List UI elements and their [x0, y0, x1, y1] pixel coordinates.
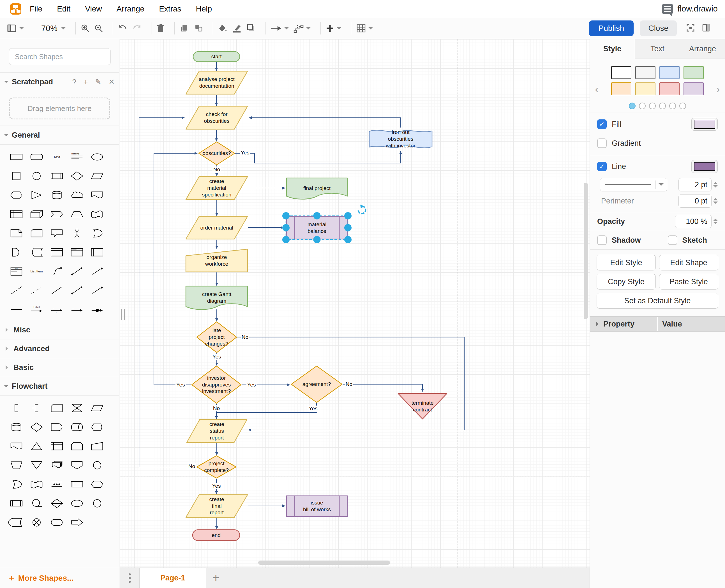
- shape-manual-input[interactable]: [87, 437, 107, 456]
- shape-data[interactable]: [87, 399, 107, 418]
- node-final-project[interactable]: final project: [286, 177, 348, 199]
- node-end[interactable]: end: [192, 529, 240, 541]
- node-create-final-report[interactable]: create final report: [185, 494, 248, 518]
- shadow-checkbox[interactable]: [597, 235, 607, 245]
- node-create-gantt-diagram[interactable]: create Gantt diagram: [185, 286, 248, 310]
- node-agreement[interactable]: agreement?: [291, 365, 343, 403]
- section-basic[interactable]: Basic: [0, 358, 119, 377]
- search-input[interactable]: [14, 52, 106, 61]
- shape-dashed-line[interactable]: [6, 281, 26, 300]
- close-button[interactable]: Close: [640, 20, 677, 36]
- preset-page-dots[interactable]: [590, 103, 725, 109]
- shape-vertical-container[interactable]: [67, 243, 87, 262]
- node-analyse-project-documentation[interactable]: analyse project documentation: [185, 71, 248, 95]
- line-color-swatch[interactable]: [691, 160, 718, 173]
- style-preset-7[interactable]: [684, 82, 704, 95]
- fill-color-button[interactable]: [218, 24, 228, 33]
- preset-dot-6[interactable]: [679, 103, 686, 109]
- shape-callout[interactable]: [46, 224, 67, 243]
- shape-step[interactable]: [46, 205, 67, 224]
- shape-merge[interactable]: [26, 456, 46, 475]
- scratchpad-edit-icon[interactable]: ✎: [95, 78, 101, 86]
- paste-style-button[interactable]: Paste Style: [659, 274, 718, 290]
- gradient-checkbox[interactable]: [597, 139, 607, 148]
- section-general[interactable]: General: [0, 126, 119, 145]
- table-button[interactable]: [356, 24, 373, 33]
- shape-data-storage[interactable]: [26, 243, 46, 262]
- shape-text[interactable]: Text: [46, 147, 67, 167]
- zoom-in-button[interactable]: [81, 24, 90, 33]
- shape-internal-storage[interactable]: [6, 205, 26, 224]
- node-iron-out-obscurities[interactable]: iron out obscurities with investor: [369, 127, 433, 150]
- menu-help[interactable]: Help: [196, 4, 212, 13]
- line-color-button[interactable]: [232, 24, 242, 33]
- tab-style[interactable]: Style: [590, 39, 635, 59]
- shape-search-box[interactable]: [9, 48, 111, 65]
- shape-collate[interactable]: [67, 399, 87, 418]
- shadow-button[interactable]: [246, 24, 256, 33]
- perimeter-field[interactable]: 0 pt: [679, 194, 711, 208]
- view-panel-toggle-button[interactable]: [7, 24, 24, 33]
- shape-container[interactable]: [46, 243, 67, 262]
- selection-overlay[interactable]: [284, 214, 350, 242]
- shape-paper-tape[interactable]: [26, 475, 46, 494]
- shape-process[interactable]: [6, 494, 26, 513]
- preset-dot-2[interactable]: [639, 103, 646, 109]
- fullscreen-icon[interactable]: [686, 24, 695, 33]
- shape-double-label-arrow[interactable]: ......: [67, 300, 87, 319]
- horizontal-scrollbar[interactable]: [258, 561, 390, 565]
- style-preset-5[interactable]: [635, 82, 656, 95]
- insert-button[interactable]: [326, 24, 341, 33]
- shape-note[interactable]: [6, 224, 26, 243]
- shape-curve[interactable]: [46, 262, 67, 281]
- scratchpad-help-icon[interactable]: ?: [72, 78, 76, 86]
- node-obscurities[interactable]: obscurities?: [198, 141, 235, 165]
- line-style-dropdown[interactable]: [600, 178, 667, 191]
- waypoint-style-button[interactable]: [293, 24, 311, 33]
- node-organize-workforce[interactable]: organize workforce: [185, 249, 248, 272]
- node-create-material-specification[interactable]: create material specification: [185, 176, 248, 200]
- shape-predefined-process[interactable]: [67, 475, 87, 494]
- shape-rounded-rectangle[interactable]: [26, 147, 46, 167]
- more-shapes-button[interactable]: + More Shapes...: [0, 568, 119, 588]
- shape-delay[interactable]: [46, 418, 67, 437]
- shape-display[interactable]: [87, 418, 107, 437]
- shape-textbox[interactable]: Heading: [67, 147, 87, 167]
- shape-label-arrow[interactable]: Label: [26, 300, 46, 319]
- shape-cloud[interactable]: [67, 186, 87, 205]
- connection-style-button[interactable]: [271, 25, 289, 32]
- shape-square[interactable]: [6, 167, 26, 186]
- presets-prev-icon[interactable]: ‹: [595, 83, 599, 96]
- node-project-complete[interactable]: project complete?: [196, 455, 236, 479]
- sketch-checkbox[interactable]: [668, 235, 677, 245]
- opacity-stepper[interactable]: [713, 216, 718, 227]
- shape-tape[interactable]: [87, 205, 107, 224]
- scratchpad-header[interactable]: Scratchpad ? + ✎ ✕: [0, 72, 119, 91]
- shape-manual-operation[interactable]: [6, 456, 26, 475]
- menu-arrange[interactable]: Arrange: [117, 4, 145, 13]
- shape-sequential-access-storage[interactable]: [26, 494, 46, 513]
- edit-shape-button[interactable]: Edit Shape: [659, 255, 718, 270]
- style-preset-4[interactable]: [611, 82, 631, 95]
- shape-diamond[interactable]: [67, 167, 87, 186]
- shape-bidirectional-connector[interactable]: [67, 281, 87, 300]
- scratchpad-drop-area[interactable]: Drag elements here: [9, 98, 110, 119]
- shape-ellipse[interactable]: [87, 147, 107, 167]
- line-checkbox[interactable]: ✓: [597, 162, 607, 171]
- shape-sort[interactable]: [46, 494, 67, 513]
- shape-circle[interactable]: [26, 167, 46, 186]
- menu-file[interactable]: File: [30, 4, 42, 13]
- shape-extract[interactable]: [26, 437, 46, 456]
- section-flowchart[interactable]: Flowchart: [0, 377, 119, 396]
- shape-preparation[interactable]: [87, 475, 107, 494]
- presets-next-icon[interactable]: ›: [716, 83, 720, 96]
- preset-dot-3[interactable]: [649, 103, 656, 109]
- preset-dot-5[interactable]: [669, 103, 676, 109]
- shape-trapezoid[interactable]: [67, 205, 87, 224]
- shape-card[interactable]: [26, 224, 46, 243]
- diagram-canvas[interactable]: YesNoNoYesYesYesNoYesNoNoYes start analy…: [120, 39, 589, 568]
- shape-on-page-connector[interactable]: [87, 456, 107, 475]
- menu-view[interactable]: View: [85, 4, 102, 13]
- to-back-button[interactable]: [194, 24, 203, 33]
- fill-color-swatch[interactable]: [691, 118, 718, 131]
